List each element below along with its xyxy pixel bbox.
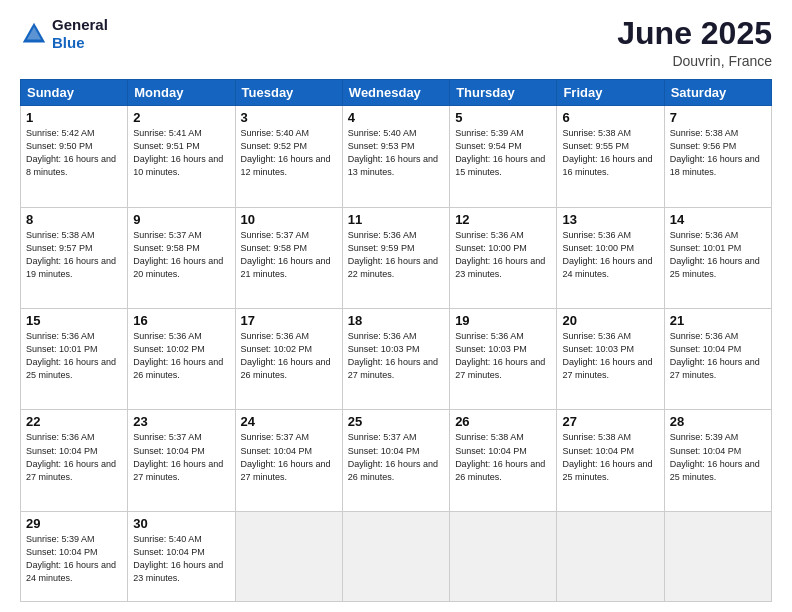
- day-info: Sunrise: 5:41 AMSunset: 9:51 PMDaylight:…: [133, 127, 229, 179]
- day-number: 6: [562, 110, 658, 125]
- calendar-day-cell: 1Sunrise: 5:42 AMSunset: 9:50 PMDaylight…: [21, 106, 128, 207]
- location: Douvrin, France: [617, 53, 772, 69]
- calendar-day-cell: 20Sunrise: 5:36 AMSunset: 10:03 PMDaylig…: [557, 309, 664, 410]
- calendar-week-row: 22Sunrise: 5:36 AMSunset: 10:04 PMDaylig…: [21, 410, 772, 511]
- calendar-day-cell: 9Sunrise: 5:37 AMSunset: 9:58 PMDaylight…: [128, 207, 235, 308]
- day-number: 12: [455, 212, 551, 227]
- day-number: 27: [562, 414, 658, 429]
- calendar-day-header: Friday: [557, 80, 664, 106]
- day-info: Sunrise: 5:38 AMSunset: 9:57 PMDaylight:…: [26, 229, 122, 281]
- calendar-day-cell: 28Sunrise: 5:39 AMSunset: 10:04 PMDaylig…: [664, 410, 771, 511]
- day-info: Sunrise: 5:40 AMSunset: 9:53 PMDaylight:…: [348, 127, 444, 179]
- logo-icon: [20, 20, 48, 48]
- calendar-day-cell: 24Sunrise: 5:37 AMSunset: 10:04 PMDaylig…: [235, 410, 342, 511]
- calendar-day-cell: 30Sunrise: 5:40 AMSunset: 10:04 PMDaylig…: [128, 511, 235, 601]
- day-number: 29: [26, 516, 122, 531]
- calendar-table: SundayMondayTuesdayWednesdayThursdayFrid…: [20, 79, 772, 602]
- day-number: 16: [133, 313, 229, 328]
- day-info: Sunrise: 5:39 AMSunset: 9:54 PMDaylight:…: [455, 127, 551, 179]
- calendar-day-cell: 5Sunrise: 5:39 AMSunset: 9:54 PMDaylight…: [450, 106, 557, 207]
- calendar-day-cell: [450, 511, 557, 601]
- calendar-day-cell: 8Sunrise: 5:38 AMSunset: 9:57 PMDaylight…: [21, 207, 128, 308]
- day-info: Sunrise: 5:38 AMSunset: 10:04 PMDaylight…: [562, 431, 658, 483]
- day-number: 19: [455, 313, 551, 328]
- calendar-day-cell: [664, 511, 771, 601]
- calendar-day-cell: 21Sunrise: 5:36 AMSunset: 10:04 PMDaylig…: [664, 309, 771, 410]
- day-info: Sunrise: 5:37 AMSunset: 10:04 PMDaylight…: [241, 431, 337, 483]
- day-number: 10: [241, 212, 337, 227]
- day-number: 2: [133, 110, 229, 125]
- calendar-day-cell: [557, 511, 664, 601]
- logo-text: General Blue: [52, 16, 108, 52]
- calendar-day-cell: 15Sunrise: 5:36 AMSunset: 10:01 PMDaylig…: [21, 309, 128, 410]
- day-number: 3: [241, 110, 337, 125]
- day-number: 9: [133, 212, 229, 227]
- calendar-day-header: Monday: [128, 80, 235, 106]
- calendar-day-cell: 22Sunrise: 5:36 AMSunset: 10:04 PMDaylig…: [21, 410, 128, 511]
- title-block: June 2025 Douvrin, France: [617, 16, 772, 69]
- calendar-day-cell: 23Sunrise: 5:37 AMSunset: 10:04 PMDaylig…: [128, 410, 235, 511]
- calendar-day-cell: 2Sunrise: 5:41 AMSunset: 9:51 PMDaylight…: [128, 106, 235, 207]
- calendar-day-cell: 27Sunrise: 5:38 AMSunset: 10:04 PMDaylig…: [557, 410, 664, 511]
- page: General Blue June 2025 Douvrin, France S…: [0, 0, 792, 612]
- calendar-day-cell: 12Sunrise: 5:36 AMSunset: 10:00 PMDaylig…: [450, 207, 557, 308]
- calendar-week-row: 1Sunrise: 5:42 AMSunset: 9:50 PMDaylight…: [21, 106, 772, 207]
- calendar-day-cell: 17Sunrise: 5:36 AMSunset: 10:02 PMDaylig…: [235, 309, 342, 410]
- calendar-day-header: Sunday: [21, 80, 128, 106]
- month-title: June 2025: [617, 16, 772, 51]
- day-info: Sunrise: 5:36 AMSunset: 10:01 PMDaylight…: [670, 229, 766, 281]
- day-info: Sunrise: 5:36 AMSunset: 10:03 PMDaylight…: [348, 330, 444, 382]
- day-number: 30: [133, 516, 229, 531]
- day-info: Sunrise: 5:36 AMSunset: 10:00 PMDaylight…: [455, 229, 551, 281]
- calendar-day-cell: 7Sunrise: 5:38 AMSunset: 9:56 PMDaylight…: [664, 106, 771, 207]
- calendar-day-cell: 6Sunrise: 5:38 AMSunset: 9:55 PMDaylight…: [557, 106, 664, 207]
- day-number: 23: [133, 414, 229, 429]
- day-number: 24: [241, 414, 337, 429]
- day-info: Sunrise: 5:36 AMSunset: 10:00 PMDaylight…: [562, 229, 658, 281]
- day-info: Sunrise: 5:40 AMSunset: 10:04 PMDaylight…: [133, 533, 229, 585]
- calendar-day-cell: 19Sunrise: 5:36 AMSunset: 10:03 PMDaylig…: [450, 309, 557, 410]
- calendar-day-cell: 26Sunrise: 5:38 AMSunset: 10:04 PMDaylig…: [450, 410, 557, 511]
- day-number: 15: [26, 313, 122, 328]
- calendar-header-row: SundayMondayTuesdayWednesdayThursdayFrid…: [21, 80, 772, 106]
- day-number: 22: [26, 414, 122, 429]
- day-number: 17: [241, 313, 337, 328]
- day-info: Sunrise: 5:39 AMSunset: 10:04 PMDaylight…: [670, 431, 766, 483]
- calendar-day-cell: 11Sunrise: 5:36 AMSunset: 9:59 PMDayligh…: [342, 207, 449, 308]
- calendar-day-cell: 25Sunrise: 5:37 AMSunset: 10:04 PMDaylig…: [342, 410, 449, 511]
- day-number: 21: [670, 313, 766, 328]
- header: General Blue June 2025 Douvrin, France: [20, 16, 772, 69]
- day-info: Sunrise: 5:36 AMSunset: 10:03 PMDaylight…: [562, 330, 658, 382]
- day-info: Sunrise: 5:38 AMSunset: 10:04 PMDaylight…: [455, 431, 551, 483]
- day-number: 13: [562, 212, 658, 227]
- day-number: 26: [455, 414, 551, 429]
- calendar-week-row: 15Sunrise: 5:36 AMSunset: 10:01 PMDaylig…: [21, 309, 772, 410]
- calendar-day-header: Saturday: [664, 80, 771, 106]
- day-number: 1: [26, 110, 122, 125]
- calendar-week-row: 8Sunrise: 5:38 AMSunset: 9:57 PMDaylight…: [21, 207, 772, 308]
- day-info: Sunrise: 5:37 AMSunset: 10:04 PMDaylight…: [348, 431, 444, 483]
- day-info: Sunrise: 5:40 AMSunset: 9:52 PMDaylight:…: [241, 127, 337, 179]
- day-number: 11: [348, 212, 444, 227]
- day-info: Sunrise: 5:36 AMSunset: 10:02 PMDaylight…: [133, 330, 229, 382]
- calendar-day-header: Tuesday: [235, 80, 342, 106]
- day-info: Sunrise: 5:38 AMSunset: 9:56 PMDaylight:…: [670, 127, 766, 179]
- day-number: 25: [348, 414, 444, 429]
- calendar-week-row: 29Sunrise: 5:39 AMSunset: 10:04 PMDaylig…: [21, 511, 772, 601]
- day-number: 4: [348, 110, 444, 125]
- day-info: Sunrise: 5:36 AMSunset: 10:04 PMDaylight…: [670, 330, 766, 382]
- day-number: 18: [348, 313, 444, 328]
- day-number: 8: [26, 212, 122, 227]
- calendar-day-cell: 13Sunrise: 5:36 AMSunset: 10:00 PMDaylig…: [557, 207, 664, 308]
- calendar-day-header: Wednesday: [342, 80, 449, 106]
- day-number: 20: [562, 313, 658, 328]
- calendar-day-cell: 16Sunrise: 5:36 AMSunset: 10:02 PMDaylig…: [128, 309, 235, 410]
- calendar-day-cell: 3Sunrise: 5:40 AMSunset: 9:52 PMDaylight…: [235, 106, 342, 207]
- day-info: Sunrise: 5:36 AMSunset: 10:01 PMDaylight…: [26, 330, 122, 382]
- day-info: Sunrise: 5:36 AMSunset: 10:04 PMDaylight…: [26, 431, 122, 483]
- day-info: Sunrise: 5:37 AMSunset: 9:58 PMDaylight:…: [241, 229, 337, 281]
- day-info: Sunrise: 5:37 AMSunset: 10:04 PMDaylight…: [133, 431, 229, 483]
- calendar-day-cell: 14Sunrise: 5:36 AMSunset: 10:01 PMDaylig…: [664, 207, 771, 308]
- calendar-day-cell: 29Sunrise: 5:39 AMSunset: 10:04 PMDaylig…: [21, 511, 128, 601]
- day-number: 7: [670, 110, 766, 125]
